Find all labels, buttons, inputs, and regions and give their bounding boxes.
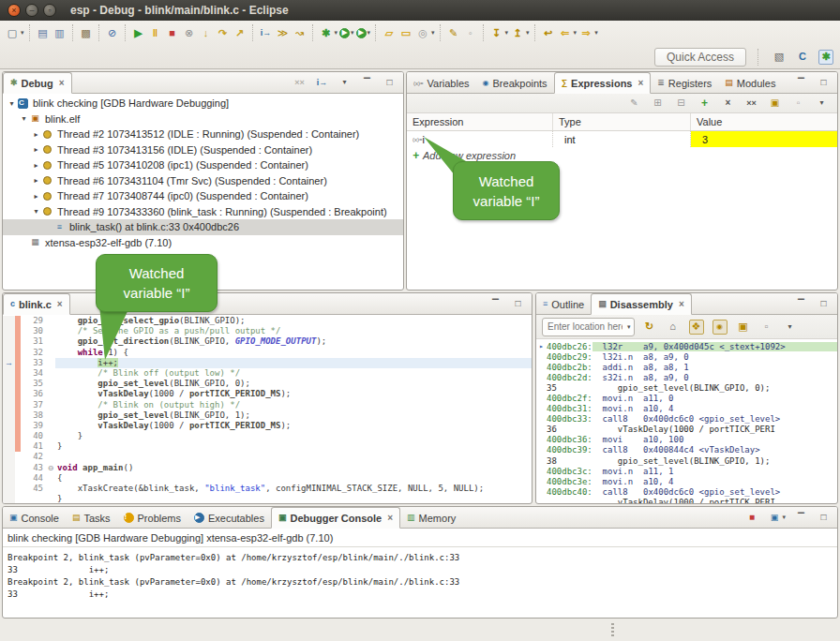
tab-tasks[interactable]: ▤Tasks	[66, 508, 117, 528]
chevron-down-icon[interactable]: ▾	[431, 29, 435, 37]
minimize-button[interactable]: ▔	[793, 508, 809, 527]
close-tab-icon[interactable]: ×	[59, 78, 65, 88]
tab-outline[interactable]: ≡Outline	[536, 294, 591, 314]
show-logical-structure-button[interactable]: ⊞	[650, 94, 666, 112]
tab-problems[interactable]: !Problems	[117, 508, 188, 528]
terminate-button[interactable]: ■	[164, 23, 181, 42]
trace-control-button[interactable]: ↝	[292, 23, 308, 42]
tree-item-blink-task-at-blink-c-33-0[interactable]: ≡blink_task() at blink.c:33 0x400dbc26	[3, 219, 403, 235]
minimize-button[interactable]: ▔	[793, 73, 809, 92]
instruction-stepping-mode-button[interactable]: i→	[314, 73, 330, 92]
last-edit-location-button[interactable]: ↩	[540, 23, 557, 42]
breakpoint-margin[interactable]	[3, 400, 15, 410]
tab-debugger-console[interactable]: ▣Debugger Console×	[271, 507, 400, 529]
window-maximize-button[interactable]: ▫	[43, 4, 56, 17]
tree-item-thread-2-1073413512-idle[interactable]: ▸Thread #2 1073413512 (IDLE : Running) (…	[3, 127, 403, 142]
expression-type-cell[interactable]: int	[553, 131, 691, 147]
breakpoint-margin[interactable]	[3, 379, 15, 389]
window-close-button[interactable]: ×	[8, 4, 21, 17]
chevron-down-icon[interactable]: ▾	[505, 29, 509, 37]
use-step-filters-button[interactable]: ≫	[275, 23, 292, 42]
run-button[interactable]: ▶▾	[338, 23, 355, 42]
breakpoint-margin[interactable]	[3, 410, 15, 421]
tab-console[interactable]: ▣Console	[3, 508, 66, 528]
expander-icon[interactable]: ▾	[19, 114, 29, 123]
column-header-value[interactable]: Value	[691, 113, 837, 130]
expander-icon[interactable]: ▸	[31, 192, 41, 201]
breakpoint-margin[interactable]	[3, 326, 15, 336]
chevron-down-icon[interactable]: ▾	[351, 29, 354, 37]
skip-all-breakpoints-button[interactable]: ⊘	[104, 23, 121, 42]
fold-marker[interactable]: ⊖	[46, 463, 55, 473]
chevron-down-icon[interactable]: ▾	[368, 29, 371, 37]
tab-disassembly[interactable]: ▤Disassembly×	[591, 293, 692, 315]
show-source-button[interactable]: ❖	[688, 318, 705, 336]
refresh-view-button[interactable]: ↻	[641, 318, 658, 336]
step-over-button[interactable]: ↷	[215, 23, 232, 42]
tree-item-thread-9-1073433360-blink[interactable]: ▾Thread #9 1073433360 (blink_task : Runn…	[3, 204, 403, 220]
maximize-button[interactable]: □	[816, 508, 832, 527]
code-text[interactable]	[55, 452, 532, 462]
suspend-button[interactable]: ‖	[147, 23, 164, 42]
chevron-down-icon[interactable]: ▾	[574, 29, 578, 37]
step-into-button[interactable]: ↓	[198, 23, 215, 42]
remove-all-terminated-button[interactable]: ××	[292, 73, 308, 92]
forward-button[interactable]: ⇒▾	[578, 23, 599, 42]
show-type-names-button[interactable]: ✎	[626, 94, 642, 112]
tree-item-thread-3-1073413156-idle[interactable]: ▸Thread #3 1073413156 (IDLE) (Suspended …	[3, 142, 403, 158]
expander-icon[interactable]: ▸	[31, 176, 41, 185]
tree-item-xtensa-esp32-elf-gdb-7-10[interactable]: ▦xtensa-esp32-elf-gdb (7.10)	[3, 235, 403, 251]
breakpoint-margin[interactable]	[3, 484, 15, 494]
view-menu-button[interactable]: ▾	[337, 73, 352, 92]
expander-icon[interactable]: ▾	[31, 207, 41, 216]
tree-item-thread-7-1073408744-ipc0[interactable]: ▸Thread #7 1073408744 (ipc0) (Suspended …	[3, 188, 403, 204]
new-wizard-button[interactable]: ▢▾	[4, 23, 25, 42]
code-text[interactable]: xTaskCreate(&blink_task, "blink_task", c…	[55, 484, 532, 494]
breakpoint-margin[interactable]	[3, 441, 15, 452]
breakpoint-margin[interactable]	[3, 431, 15, 441]
code-text[interactable]: void app_main()	[55, 463, 532, 473]
view-menu-button[interactable]: ▾	[782, 318, 799, 336]
close-tab-icon[interactable]: ×	[679, 299, 684, 309]
breakpoint-margin[interactable]	[3, 336, 15, 347]
pin-view-button[interactable]: ▫	[758, 318, 775, 336]
breakpoint-margin[interactable]	[3, 463, 15, 473]
expander-icon[interactable]: ▸	[31, 130, 41, 139]
next-annotation-button[interactable]: ↧▾	[488, 23, 510, 42]
code-text[interactable]: }	[55, 494, 532, 504]
quick-access[interactable]: Quick Access	[654, 48, 746, 67]
maximize-button[interactable]: □	[816, 294, 832, 313]
maximize-button[interactable]: □	[382, 73, 398, 92]
code-text[interactable]: {	[55, 473, 532, 484]
breakpoint-margin[interactable]	[3, 494, 15, 504]
window-minimize-button[interactable]: –	[25, 4, 38, 17]
prev-annotation-button[interactable]: ↥▾	[509, 23, 531, 42]
expander-icon[interactable]: ▾	[7, 99, 17, 108]
terminate-console-button[interactable]: ■	[743, 508, 759, 527]
breakpoint-margin[interactable]	[3, 421, 15, 431]
close-tab-icon[interactable]: ×	[387, 513, 393, 523]
chevron-down-icon[interactable]: ▾	[21, 29, 24, 37]
home-pc-button[interactable]: ⌂	[665, 318, 682, 336]
profile-button[interactable]: ◦	[462, 23, 479, 42]
maximize-button[interactable]: □	[510, 294, 526, 313]
tree-item-blink-elf[interactable]: ▾▣blink.elf	[3, 112, 403, 127]
paintbrush-button[interactable]: ✎	[445, 23, 462, 42]
debug-button[interactable]: ✱▾	[318, 23, 339, 42]
tab-modules[interactable]: ▤Modules	[718, 73, 782, 93]
add-expression-button[interactable]: +	[697, 94, 712, 112]
tab-blink-c[interactable]: cblink.c×	[3, 293, 70, 315]
chevron-down-icon[interactable]: ▾	[627, 323, 631, 331]
collapse-all-button[interactable]: ⊟	[673, 94, 689, 112]
chevron-down-icon[interactable]: ▾	[335, 29, 338, 37]
code-text[interactable]: gpio_set_level(BLINK_GPIO, 0);	[55, 379, 532, 389]
external-tools-button[interactable]: ▶▾	[355, 23, 372, 42]
open-perspective-button[interactable]: ▧	[771, 48, 788, 67]
step-return-button[interactable]: ↗	[232, 23, 248, 42]
tab-variables[interactable]: (x)=Variables	[407, 73, 476, 93]
display-selected-console-button[interactable]: ▣▾	[766, 508, 787, 527]
code-text[interactable]: vTaskDelay(1000 / portTICK_PERIOD_MS);	[55, 421, 532, 431]
tree-item-blink-checking-gdb-hardware[interactable]: ▾Cblink checking [GDB Hardware Debugging…	[3, 96, 403, 112]
save-button[interactable]: ▤	[35, 23, 52, 42]
build-button[interactable]: ▩	[78, 23, 95, 42]
